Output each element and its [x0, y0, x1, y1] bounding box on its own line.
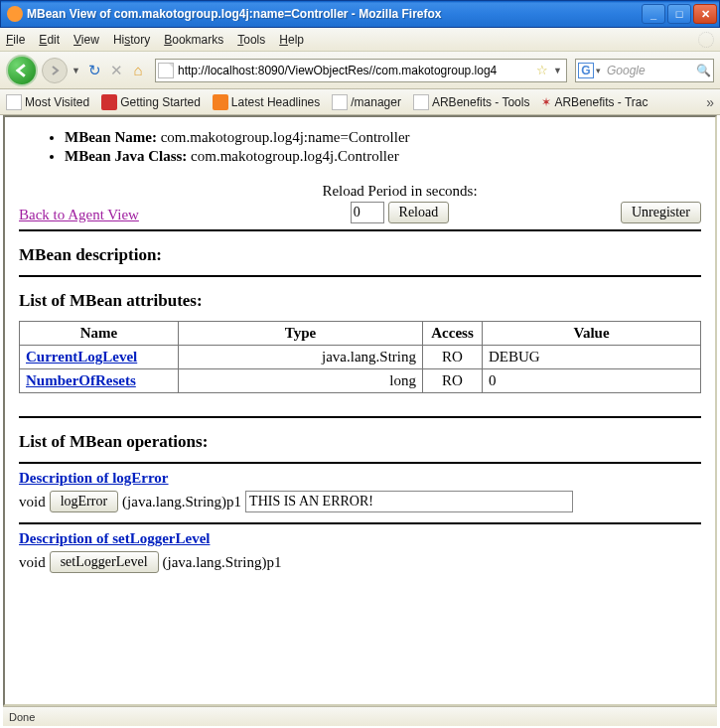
page-content: MBean Name: com.makotogroup.log4j:name=C…: [5, 117, 715, 704]
window-titlebar: MBean View of com.makotogroup.log4j:name…: [0, 0, 720, 28]
menu-view[interactable]: View: [73, 33, 99, 47]
throbber-icon: [698, 32, 714, 48]
attributes-table: Name Type Access Value CurrentLogLevel j…: [19, 321, 701, 393]
forward-button[interactable]: [42, 58, 68, 83]
unregister-button[interactable]: Unregister: [621, 202, 701, 223]
bookmarks-toolbar: Most Visited Getting Started Latest Head…: [0, 89, 720, 115]
rss-icon: [213, 94, 228, 110]
log-error-button[interactable]: logError: [50, 491, 118, 512]
bm-latest-headlines[interactable]: Latest Headlines: [213, 94, 320, 110]
url-dropdown-icon[interactable]: ▼: [553, 66, 562, 75]
attributes-heading: List of MBean attributes:: [19, 291, 701, 311]
book-icon: [101, 94, 117, 110]
bm-most-visited[interactable]: Most Visited: [6, 94, 89, 110]
attr-link[interactable]: CurrentLogLevel: [26, 349, 137, 364]
reload-period-label: Reload Period in seconds:: [208, 183, 592, 200]
menu-help[interactable]: Help: [279, 33, 304, 47]
mbean-class-value: com.makotogroup.log4j.Controller: [191, 148, 399, 164]
menu-tools[interactable]: Tools: [237, 33, 265, 47]
status-bar: Done: [3, 706, 717, 726]
th-access: Access: [423, 322, 483, 346]
back-button[interactable]: [6, 55, 38, 86]
google-icon[interactable]: G: [578, 63, 594, 78]
table-row: CurrentLogLevel java.lang.String RO DEBU…: [20, 346, 701, 369]
menu-file[interactable]: File: [6, 33, 25, 47]
attr-value: DEBUG: [483, 346, 701, 369]
table-row: NumberOfResets long RO 0: [20, 369, 701, 393]
th-value: Value: [483, 322, 701, 346]
operations-heading: List of MBean operations:: [19, 432, 701, 452]
engine-dropdown-icon[interactable]: ▾: [596, 66, 601, 75]
op-desc-link[interactable]: Description of logError: [19, 470, 169, 486]
page-icon: [332, 94, 348, 110]
url-text[interactable]: http://localhost:8090/ViewObjectRes//com…: [178, 64, 533, 77]
op-return-type: void: [19, 494, 46, 510]
mbean-info-list: MBean Name: com.makotogroup.log4j:name=C…: [65, 129, 701, 165]
th-type: Type: [179, 322, 423, 346]
op-return-type: void: [19, 554, 46, 571]
th-name: Name: [20, 322, 179, 346]
attr-value: 0: [483, 369, 701, 393]
op-param-label: (java.lang.String)p1: [122, 494, 241, 510]
address-bar[interactable]: http://localhost:8090/ViewObjectRes//com…: [155, 59, 567, 82]
attr-link[interactable]: NumberOfResets: [26, 372, 136, 388]
bm-getting-started[interactable]: Getting Started: [101, 94, 201, 110]
mbean-description-heading: MBean description:: [19, 245, 701, 265]
reload-icon[interactable]: ↻: [85, 62, 103, 79]
set-logger-level-button[interactable]: setLoggerLevel: [50, 551, 159, 573]
page-icon: [413, 94, 429, 110]
op-desc-link[interactable]: Description of setLoggerLevel: [19, 530, 210, 546]
page-icon: [158, 63, 174, 78]
home-icon[interactable]: ⌂: [129, 62, 147, 79]
attr-type: long: [179, 369, 423, 393]
paw-icon: ✶: [541, 95, 551, 109]
menu-history[interactable]: History: [113, 33, 150, 47]
history-dropdown-icon[interactable]: ▼: [72, 66, 81, 75]
bm-arbenefits-trac[interactable]: ✶ARBenefits - Trac: [541, 95, 648, 109]
mbean-name-value: com.makotogroup.log4j:name=Controller: [161, 129, 410, 145]
bookmark-star-icon[interactable]: ☆: [536, 63, 548, 77]
bookmarks-overflow-icon[interactable]: »: [706, 94, 714, 110]
search-icon[interactable]: 🔍: [696, 64, 711, 77]
page-icon: [6, 94, 22, 110]
search-placeholder: Google: [603, 64, 696, 77]
search-bar[interactable]: G ▾ Google 🔍: [575, 59, 714, 82]
maximize-button[interactable]: □: [667, 4, 691, 24]
attr-access: RO: [423, 369, 483, 393]
attr-type: java.lang.String: [179, 346, 423, 369]
attr-access: RO: [423, 346, 483, 369]
mbean-class-label: MBean Java Class:: [65, 148, 187, 164]
nav-toolbar: ▼ ↻ ✕ ⌂ http://localhost:8090/ViewObject…: [0, 52, 720, 89]
status-text: Done: [9, 711, 35, 723]
menu-bar: File Edit View History Bookmarks Tools H…: [0, 28, 720, 52]
menu-bookmarks[interactable]: Bookmarks: [164, 33, 223, 47]
op-param-label: (java.lang.String)p1: [163, 554, 282, 571]
window-title: MBean View of com.makotogroup.log4j:name…: [27, 7, 642, 21]
log-error-input[interactable]: [245, 491, 573, 512]
close-button[interactable]: ✕: [693, 4, 717, 24]
reload-button[interactable]: Reload: [388, 202, 450, 223]
back-to-agent-link[interactable]: Back to Agent View: [19, 207, 139, 222]
bm-manager[interactable]: /manager: [332, 94, 401, 110]
stop-icon: ✕: [107, 62, 125, 79]
firefox-icon: [7, 6, 23, 22]
minimize-button[interactable]: _: [642, 4, 665, 24]
reload-period-input[interactable]: [351, 202, 384, 223]
bm-arbenefits-tools[interactable]: ARBenefits - Tools: [413, 94, 530, 110]
menu-edit[interactable]: Edit: [39, 33, 60, 47]
mbean-name-label: MBean Name:: [65, 129, 157, 145]
